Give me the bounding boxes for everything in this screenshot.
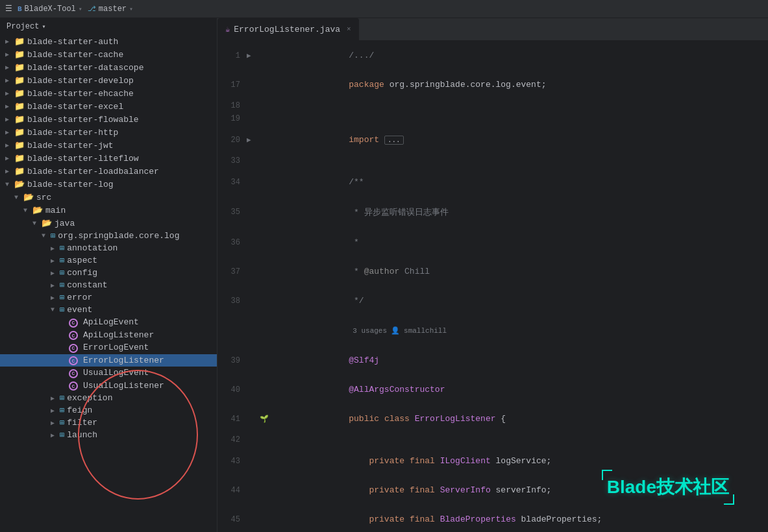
branch-icon: ⎇ [88, 5, 96, 13]
fold-arrow [247, 375, 260, 404]
sidebar-item-package-log[interactable]: ▼ ⊞ org.springblade.core.log [0, 230, 217, 242]
line-number: 40 [217, 375, 247, 404]
item-label: aspect [67, 256, 97, 265]
code-line-20: 20 ▶ import ... [217, 125, 768, 154]
sidebar-item-feign[interactable]: ▶ ⊞ feign [0, 404, 217, 417]
sidebar-item-src[interactable]: ▼ 📂 src [0, 191, 217, 204]
line-icon [260, 286, 275, 315]
folder-icon: 📁 [14, 49, 25, 60]
line-content: public class ErrorLogListener { [275, 404, 768, 433]
sidebar-item-main[interactable]: ▼ 📂 main [0, 204, 217, 217]
item-label: ApiLogListener [83, 330, 154, 340]
package-icon: ⊞ [51, 231, 55, 241]
fold-arrow [247, 433, 260, 446]
fold-arrow [247, 257, 260, 286]
folder-icon: 📁 [14, 127, 25, 138]
sidebar-item-usualloglistener[interactable]: ▶ C UsualLogListener [0, 380, 217, 393]
sidebar-item-loadbalancer[interactable]: ▶ 📁 blade-starter-loadbalancer [0, 165, 217, 178]
folder-icon: 📁 [14, 88, 25, 99]
folder-icon: 📁 [14, 75, 25, 86]
folder-open-icon: 📂 [14, 179, 25, 189]
item-label: blade-starter-liteflow [27, 154, 139, 163]
close-icon[interactable]: × [347, 25, 351, 33]
arrow-icon: ▶ [5, 154, 14, 162]
package-icon: ⊞ [60, 280, 64, 290]
fold-arrow [247, 476, 260, 505]
sidebar-item-develop[interactable]: ▶ 📁 blade-starter-develop [0, 74, 217, 87]
item-label: blade-starter-ehcache [27, 89, 134, 99]
arrow-icon: ▶ [51, 245, 60, 252]
class-icon: C [69, 343, 78, 353]
sidebar-item-datascope[interactable]: ▶ 📁 blade-starter-datascope [0, 61, 217, 74]
line-icon [260, 41, 275, 70]
sidebar-item-usuallogevent[interactable]: ▶ C UsualLogEvent [0, 367, 217, 380]
code-line-42: 42 [217, 433, 768, 446]
toolbar-master[interactable]: ⎇ master ▾ [88, 5, 133, 14]
sidebar-item-excel[interactable]: ▶ 📁 blade-starter-excel [0, 100, 217, 113]
toolbar: ☰ B BladeX-Tool ▾ ⎇ master ▾ [0, 0, 768, 18]
item-label: ErrorLogListener [83, 356, 164, 365]
sidebar-item-auth[interactable]: ▶ 📁 blade-starter-auth [0, 35, 217, 48]
code-line-40: 40 @AllArgsConstructor [217, 375, 768, 404]
sidebar-item-java[interactable]: ▼ 📂 java [0, 217, 217, 230]
bladex-logo: B [18, 5, 22, 13]
sidebar-item-aspect[interactable]: ▶ ⊞ aspect [0, 254, 217, 267]
sidebar-item-flowable[interactable]: ▶ 📁 blade-starter-flowable [0, 113, 217, 126]
sidebar-item-http[interactable]: ▶ 📁 blade-starter-http [0, 126, 217, 139]
fold-arrow [247, 404, 260, 433]
chevron-down-icon3: ▾ [42, 23, 45, 30]
package-icon: ⊞ [60, 405, 64, 415]
sidebar-item-apilogevent[interactable]: ▶ C ApiLogEvent [0, 316, 217, 329]
sidebar-item-exception[interactable]: ▶ ⊞ exception [0, 392, 217, 404]
code-line-18: 18 [217, 99, 768, 112]
sidebar-item-error[interactable]: ▶ ⊞ error [0, 291, 217, 304]
item-label: main [45, 206, 66, 215]
sidebar-item-jwt[interactable]: ▶ 📁 blade-starter-jwt [0, 139, 217, 152]
toolbar-project[interactable]: ☰ [5, 4, 12, 14]
editor-tab-errorloglistener[interactable]: ☕ ErrorLogListener.java × [217, 18, 360, 40]
bean-icon: 🌱 [260, 415, 269, 423]
code-line-44: 44 private final ServerInfo serverInfo; [217, 476, 768, 505]
line-content: */ [275, 286, 768, 315]
tab-filename: ErrorLogListener.java [234, 25, 340, 34]
fold-arrow[interactable]: ▶ [247, 41, 260, 70]
project-label: Project [6, 22, 39, 31]
sidebar-item-filter[interactable]: ▶ ⊞ filter [0, 417, 217, 429]
sidebar-item-ehcache[interactable]: ▶ 📁 blade-starter-ehcache [0, 87, 217, 100]
code-editor[interactable]: 1 ▶ /.../ 17 package org.springblade [217, 41, 768, 532]
sidebar-item-launch[interactable]: ▶ ⊞ launch [0, 429, 217, 441]
fold-arrow[interactable]: ▶ [247, 125, 260, 154]
line-number [217, 315, 247, 346]
line-icon [260, 167, 275, 197]
sidebar-item-config[interactable]: ▶ ⊞ config [0, 267, 217, 279]
code-line-34: 34 /** [217, 167, 768, 197]
toolbar-bladex[interactable]: B BladeX-Tool ▾ [18, 5, 82, 14]
arrow-icon: ▶ [5, 103, 14, 110]
sidebar-item-event[interactable]: ▼ ⊞ event [0, 304, 217, 316]
line-icon [260, 228, 275, 257]
fold-arrow [247, 99, 260, 112]
line-content [275, 433, 768, 446]
sidebar-header: Project ▾ [0, 18, 217, 35]
item-label: filter [67, 418, 97, 428]
folder-icon: 📁 [14, 140, 25, 151]
item-label: feign [67, 405, 92, 415]
line-content: /** [275, 167, 768, 197]
sidebar-item-liteflow[interactable]: ▶ 📁 blade-starter-liteflow [0, 152, 217, 165]
line-number: 38 [217, 286, 247, 315]
folder-open-icon: 📂 [42, 218, 52, 228]
class-icon: C [69, 317, 78, 328]
sidebar-item-cache[interactable]: ▶ 📁 blade-starter-cache [0, 48, 217, 61]
fold-arrow [247, 286, 260, 315]
folder-icon: 📁 [14, 36, 25, 47]
arrow-icon: ▶ [5, 141, 14, 149]
sidebar-scroll[interactable]: ▶ 📁 blade-starter-auth ▶ 📁 blade-starter… [0, 35, 217, 532]
sidebar-item-errorlogevent[interactable]: ▶ C ErrorLogEvent [0, 341, 217, 354]
sidebar-item-log[interactable]: ▼ 📂 blade-starter-log [0, 178, 217, 191]
sidebar-item-apiloglistener[interactable]: ▶ C ApiLogListener [0, 329, 217, 342]
package-icon: ⊞ [60, 418, 64, 428]
sidebar-item-constant[interactable]: ▶ ⊞ constant [0, 279, 217, 291]
sidebar-item-annotation[interactable]: ▶ ⊞ annotation [0, 242, 217, 254]
fold-arrow [247, 346, 260, 375]
sidebar-item-errorloglistener[interactable]: ▶ C ErrorLogListener [0, 354, 217, 367]
